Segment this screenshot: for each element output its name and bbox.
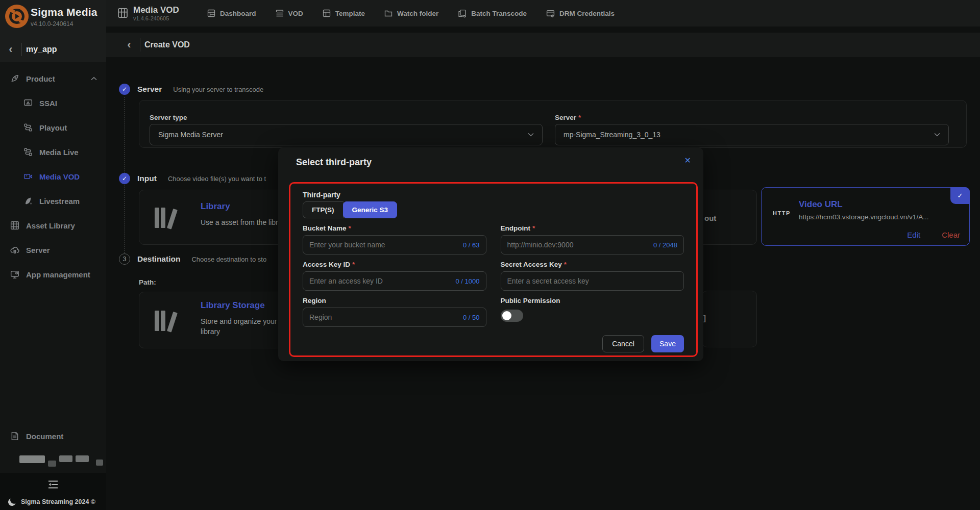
nav-item-dashboard[interactable]: Dashboard [207,9,256,17]
step-check-icon: ✓ [119,84,130,95]
moon-icon[interactable] [7,497,16,506]
path-label: Path: [139,278,156,286]
menu-fold-icon[interactable] [45,477,61,492]
clear-link[interactable]: Clear [942,231,960,239]
endpoint-input[interactable] [507,241,650,249]
divider [140,38,140,52]
required-asterisk: * [352,261,355,268]
endpoint-field-group: Endpoint* 0 / 2048 [501,224,684,254]
required-asterisk: * [532,224,535,232]
folder-icon [384,9,393,17]
back-icon[interactable]: ‹ [4,44,17,55]
third-party-label: Third-party [303,191,684,199]
toggle-knob [502,311,511,320]
bucket-name-input-box: 0 / 63 [303,235,486,254]
third-party-tabs: FTP(S) Generic S3 [303,201,397,218]
server-label: Server* [555,114,581,121]
cancel-button[interactable]: Cancel [602,335,644,352]
nav-item-batch-transcode[interactable]: Batch Transcode [458,9,527,18]
nav-item-label: VOD [288,10,303,17]
route-icon [23,123,33,132]
page-title: Create VOD [144,40,190,49]
bucket-name-input[interactable] [309,241,459,249]
covered-destination-card[interactable]: ] [702,291,757,347]
server-step-header: ✓ Server Using your server to transcode [119,84,263,95]
sidebar-item-asset-library[interactable]: Asset Library [0,213,106,238]
http-badge: HTTP [773,210,791,216]
library-books-icon [155,206,172,228]
sidebar-item-label: Livestream [39,197,80,206]
public-permission-toggle[interactable] [501,310,523,322]
sidebar-item-playout[interactable]: Playout [0,115,106,140]
covered-card-text-fragment: ] [703,314,706,322]
bucket-name-field-group: Bucket Name* 0 / 63 [303,224,486,254]
server-select[interactable]: mp-Sigma_Streaming_3_0_13 [555,124,949,145]
server-type-select[interactable]: Sigma Media Server [150,124,543,145]
char-counter: 0 / 1000 [456,277,480,285]
nav-item-vod[interactable]: VOD [276,9,303,17]
step-subtitle: Using your server to transcode [173,86,263,93]
library-card-title: Library [201,201,230,212]
edit-link[interactable]: Edit [907,231,920,239]
partner-logo-redacted [19,455,103,467]
sidebar-item-livestream[interactable]: Livestream [0,189,106,213]
back-icon[interactable]: ‹ [122,39,136,50]
step-title: Destination [137,254,180,264]
sidebar-item-media-vod[interactable]: Media VOD [0,164,106,189]
region-input[interactable] [309,313,459,321]
access-key-input[interactable] [309,277,452,285]
workspace-row: ‹ my_app [0,37,106,62]
input-step-header: ✓ Input Choose video file(s) you want to… [119,173,266,184]
step-title: Server [137,85,162,94]
char-counter: 0 / 2048 [653,241,677,249]
nav-item-template[interactable]: Template [323,9,365,17]
document-icon [10,431,19,441]
video-camera-icon [23,172,33,181]
step-title: Input [137,174,157,183]
module-block: Media VOD v1.4.6-240605 [106,5,206,21]
sidebar: Sigma Media v4.10.0-240614 ‹ my_app Prod… [0,0,106,510]
server-type-label: Server type [150,114,187,121]
third-party-form-highlighted: Third-party FTP(S) Generic S3 Bucket Nam… [289,182,698,357]
table-grid-icon [117,8,128,18]
sidebar-item-document[interactable]: Document [0,424,106,448]
modal-actions: Cancel Save [303,335,684,352]
video-url-value: https://hcm03.vstorage.vngcloud.vn/v1/A.… [799,213,958,221]
close-icon[interactable]: ✕ [682,154,693,167]
server-type-value: Sigma Media Server [158,131,223,139]
nav-item-label: Template [335,10,365,17]
save-button[interactable]: Save [651,335,684,352]
sidebar-item-label: Asset Library [26,221,75,230]
sidebar-document-row: Document [0,424,106,448]
screen-play-icon [23,98,33,108]
tab-generic-s3[interactable]: Generic S3 [343,201,398,218]
step-subtitle: Choose video file(s) you want to t [168,175,266,183]
sidebar-item-label: Document [26,432,63,441]
sidebar-item-media-live[interactable]: Media Live [0,140,106,164]
storage-card-title: Library Storage [201,300,265,311]
video-url-option-card[interactable]: ✓ HTTP Video URL https://hcm03.vstorage.… [761,187,970,246]
sidebar-item-product[interactable]: Product [0,66,106,91]
sidebar-item-app-management[interactable]: App management [0,262,106,287]
bucket-name-label: Bucket Name* [303,224,486,232]
monitor-gear-icon [10,270,19,279]
nav-item-watch-folder[interactable]: Watch folder [384,9,438,17]
public-permission-label: Public Permission [501,297,684,304]
step-number: 3 [119,253,130,265]
dashboard-icon [207,9,215,17]
layout-icon [323,9,331,17]
brand-version: v4.10.0-240614 [31,20,73,28]
access-key-input-box: 0 / 1000 [303,271,486,291]
page-header: ‹ Create VOD [106,33,980,57]
endpoint-input-box: 0 / 2048 [501,235,684,254]
nav-item-drm-credentials[interactable]: DRM Credentials [546,9,615,18]
secret-key-input[interactable] [507,277,678,285]
tab-ftps[interactable]: FTP(S) [303,201,344,218]
sidebar-item-ssai[interactable]: SSAI [0,91,106,115]
chevron-down-icon [934,133,940,137]
route-icon [23,147,33,157]
divider [21,43,22,56]
select-third-party-modal: Select third-party ✕ Third-party FTP(S) … [278,147,703,361]
sidebar-item-server[interactable]: Server [0,238,106,262]
selected-check-badge: ✓ [950,187,970,204]
